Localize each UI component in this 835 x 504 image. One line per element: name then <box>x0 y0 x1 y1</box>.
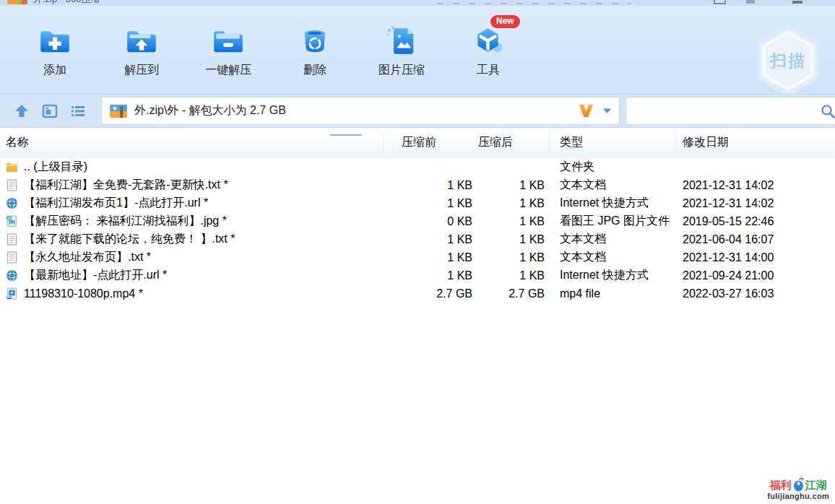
file-type: 看图王 JPG 图片文件 <box>549 214 675 229</box>
address-bar[interactable]: 外.zip\外 - 解包大小为 2.7 GB <box>101 97 620 125</box>
column-header-name[interactable]: 名称 <box>0 135 383 150</box>
file-row[interactable]: 【解压密码： 来福利江湖找福利】.jpg * 0 KB 1 KB 看图王 JPG… <box>0 212 835 230</box>
image-compress-icon <box>384 25 419 58</box>
size-after: 1 KB <box>477 251 549 264</box>
size-after: 1 KB <box>477 215 549 228</box>
file-date: 2022-03-27 16:03 <box>675 287 835 300</box>
window-title: 外.zip - 360压缩 <box>33 0 100 6</box>
navigation-bar: 外.zip\外 - 解包大小为 2.7 GB <box>0 94 835 128</box>
list-view-icon[interactable] <box>69 103 87 120</box>
file-icon <box>6 251 18 264</box>
app-zip-icon <box>7 0 27 4</box>
address-dropdown-caret[interactable] <box>603 108 612 114</box>
file-name: 【永久地址发布页】.txt * <box>24 250 151 265</box>
file-name: 11198310-1080p.mp4 * <box>24 287 143 300</box>
search-icon[interactable] <box>820 103 835 119</box>
size-after: 1 KB <box>477 269 549 282</box>
file-list: 名称 压缩前 压缩后 类型 修改日期 .. (上级目录) 文件夹 【福利江湖】全… <box>0 128 835 303</box>
delete-trash-icon <box>298 25 332 58</box>
file-name: 【来了就能下载的论坛，纯免费！ 】.txt * <box>24 232 235 247</box>
up-level-icon[interactable] <box>13 103 30 120</box>
file-type: mp4 file <box>549 287 675 300</box>
scan-label: 扫描 <box>769 51 806 70</box>
file-row[interactable]: 【来了就能下载的论坛，纯免费！ 】.txt * 1 KB 1 KB 文本文档 2… <box>0 230 835 248</box>
new-badge: New <box>490 15 520 28</box>
file-row[interactable]: .. (上级目录) 文件夹 <box>0 158 835 176</box>
search-box <box>626 97 835 125</box>
column-separator[interactable] <box>383 131 384 154</box>
image-compress-label: 图片压缩 <box>378 63 425 78</box>
file-date: 2021-12-31 14:02 <box>675 197 835 210</box>
file-type: 文本文档 <box>549 232 675 247</box>
column-drag-artifact <box>330 134 362 136</box>
file-name: 【福利江湖发布页1】-点此打开.url * <box>24 196 208 211</box>
file-icon <box>6 197 18 209</box>
column-header-size-before[interactable]: 压缩前 <box>383 135 477 150</box>
file-row[interactable]: 【福利江湖发布页1】-点此打开.url * 1 KB 1 KB Internet… <box>0 194 835 212</box>
one-click-extract-label: 一键解压 <box>205 63 251 78</box>
size-after: 1 KB <box>477 233 549 246</box>
tools-label: 工具 <box>477 63 500 78</box>
add-button[interactable]: 添加 <box>12 6 98 94</box>
mouse-icon <box>793 477 804 492</box>
extract-to-button[interactable]: 解压到 <box>98 6 185 94</box>
image-compress-button[interactable]: 图片压缩 <box>358 6 445 94</box>
column-separator[interactable] <box>549 131 550 154</box>
file-row[interactable]: 【永久地址发布页】.txt * 1 KB 1 KB 文本文档 2021-12-3… <box>0 248 835 266</box>
table-body: .. (上级目录) 文件夹 【福利江湖】全免费-无套路-更新快.txt * 1 … <box>0 158 835 303</box>
file-row[interactable]: 11198310-1080p.mp4 * 2.7 GB 2.7 GB mp4 f… <box>0 284 835 303</box>
delete-button[interactable]: 删除 <box>272 6 358 94</box>
delete-label: 删除 <box>303 63 326 78</box>
scan-shield-icon: 扫描 <box>753 25 823 97</box>
column-separator[interactable] <box>477 131 477 154</box>
column-header-type[interactable]: 类型 <box>549 135 675 150</box>
file-row[interactable]: 【最新地址】-点此打开.url * 1 KB 1 KB Internet 快捷方… <box>0 266 835 284</box>
size-after: 1 KB <box>477 179 549 192</box>
extract-to-folder-icon <box>124 25 159 58</box>
file-date: 2019-05-15 22:46 <box>675 215 835 228</box>
column-separator[interactable] <box>675 131 676 154</box>
file-row[interactable]: 【福利江湖】全免费-无套路-更新快.txt * 1 KB 1 KB 文本文档 2… <box>0 176 835 194</box>
size-before: 2.7 GB <box>383 287 477 300</box>
title-bar: 外.zip - 360压缩 <box>0 0 835 6</box>
one-click-extract-button[interactable]: 一键解压 <box>185 6 272 94</box>
titlebar-button-1[interactable] <box>714 0 726 4</box>
file-icon <box>6 179 18 191</box>
search-input[interactable] <box>632 100 820 122</box>
column-header-size-after[interactable]: 压缩后 <box>477 135 549 150</box>
file-date: 2021-06-04 16:07 <box>675 233 835 246</box>
file-type: 文本文档 <box>549 178 675 193</box>
size-before: 1 KB <box>383 251 477 264</box>
view-mode-icon[interactable] <box>41 103 59 120</box>
watermark: 福利 江湖 fulijianghu.com <box>767 477 829 501</box>
toolbar: 添加 解压到 一键解压 删除 <box>0 6 835 94</box>
watermark-brand-right: 江湖 <box>805 479 827 491</box>
file-icon <box>6 161 18 173</box>
size-before: 1 KB <box>383 269 477 282</box>
scan-button[interactable]: 扫描 <box>753 25 823 97</box>
file-type: Internet 快捷方式 <box>549 268 675 283</box>
file-icon <box>6 269 18 282</box>
add-folder-icon <box>38 25 72 58</box>
size-before: 1 KB <box>383 197 477 210</box>
titlebar-text-fragment <box>437 3 631 4</box>
watermark-domain: fulijianghu.com <box>767 492 829 501</box>
address-path: 外.zip\外 - 解包大小为 2.7 GB <box>134 103 578 118</box>
tools-cube-icon <box>471 25 506 58</box>
zip-archive-icon <box>109 103 128 120</box>
app-window: 外.zip - 360压缩 添加 解压到 <box>0 0 835 504</box>
file-date: 2021-12-31 14:00 <box>675 251 835 264</box>
minimize-button[interactable] <box>792 1 802 4</box>
column-header-date[interactable]: 修改日期 <box>675 135 835 150</box>
file-type: 文件夹 <box>549 160 675 175</box>
extract-to-label: 解压到 <box>124 63 159 78</box>
tools-button[interactable]: New 工具 <box>445 6 532 94</box>
file-name: 【最新地址】-点此打开.url * <box>24 268 167 283</box>
file-name: 【福利江湖】全免费-无套路-更新快.txt * <box>24 178 228 193</box>
file-icon <box>6 215 18 227</box>
file-icon <box>6 233 18 246</box>
size-after: 1 KB <box>477 197 549 210</box>
size-before: 0 KB <box>383 215 477 228</box>
one-click-extract-icon <box>211 25 246 58</box>
titlebar-button-2[interactable] <box>746 0 755 4</box>
